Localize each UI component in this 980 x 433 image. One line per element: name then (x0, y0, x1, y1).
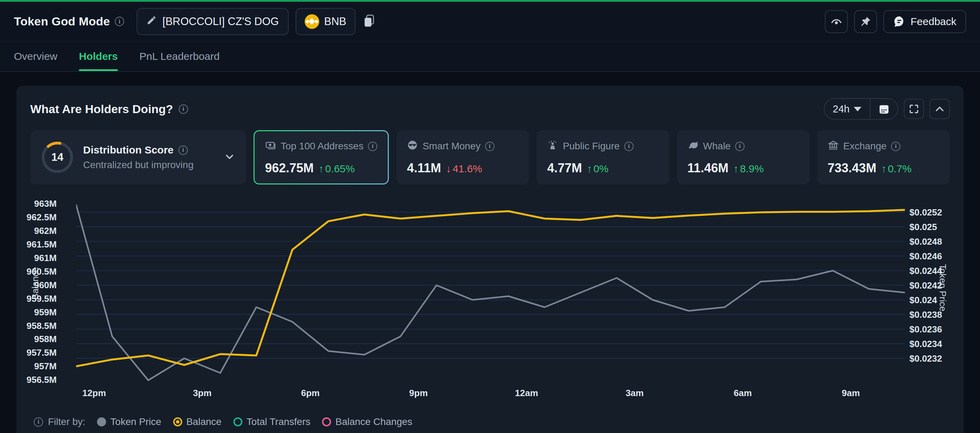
timeframe-group: 24h (824, 98, 898, 120)
right-axis-tick-label: $0.0248 (909, 236, 965, 247)
legend-item-balance[interactable]: Balance (173, 416, 221, 427)
trend-arrow-icon: ↑ (881, 163, 886, 175)
legend-label: Balance Changes (335, 416, 412, 427)
calendar-icon (878, 103, 890, 115)
podium-icon (547, 140, 558, 153)
info-icon[interactable]: i (735, 142, 745, 151)
series-line-token-price[interactable] (76, 205, 905, 380)
left-axis-tick-label: 957.5M (5, 347, 57, 358)
copy-address-icon[interactable] (363, 14, 375, 29)
trend-arrow-icon: ↓ (446, 163, 451, 175)
token-name: [BROCCOLI] CZ'S DOG (162, 15, 279, 28)
info-icon[interactable]: i (891, 142, 900, 151)
right-axis-tick-label: $0.024 (909, 295, 965, 305)
stat-value: 11.46M (687, 161, 729, 176)
token-price-swatch-icon (97, 417, 106, 427)
stat-title: Top 100 Addresses (281, 141, 363, 152)
info-icon[interactable]: i (624, 142, 634, 151)
tab-overview[interactable]: Overview (14, 42, 57, 71)
holders-activity-chart[interactable]: Balance Token Price 963M962.5M962M961.5M… (16, 187, 964, 403)
legend-label: Balance (186, 416, 221, 427)
chevron-down-icon[interactable] (224, 151, 235, 164)
info-icon[interactable]: i (179, 104, 188, 114)
balance-swatch-icon (173, 417, 182, 427)
banknote-icon (265, 140, 276, 153)
bank-icon (828, 140, 839, 153)
tab-pnl-leaderboard[interactable]: PnL Leaderboard (140, 42, 220, 71)
trend-arrow-icon: ↑ (733, 163, 739, 175)
info-icon[interactable]: i (115, 17, 124, 26)
right-axis-tick-label: $0.0242 (909, 280, 965, 291)
tab-holders[interactable]: Holders (79, 42, 118, 71)
score-description: Centralized but improving (83, 160, 215, 171)
left-axis-tick-label: 962.5M (5, 212, 57, 222)
stat-change: 0.7% (888, 163, 912, 175)
stat-card-public-figure[interactable]: Public Figure i 4.77M ↑0% (536, 130, 669, 184)
series-line-balance[interactable] (76, 210, 905, 366)
right-axis-tick-label: $0.025 (909, 222, 965, 232)
token-name-field[interactable]: [BROCCOLI] CZ'S DOG (137, 8, 289, 35)
stat-change: 41.6% (452, 163, 482, 175)
info-icon[interactable]: i (178, 145, 188, 155)
stat-change: 0.65% (325, 163, 355, 175)
x-axis-tick-label: 3am (626, 388, 644, 399)
x-axis-tick-label: 6pm (301, 388, 320, 399)
incognito-icon (407, 140, 418, 153)
right-axis-tick-label: $0.0246 (909, 251, 965, 261)
calendar-button[interactable] (870, 99, 897, 119)
stat-title: Whale (703, 141, 731, 152)
stat-title: Public Figure (563, 141, 619, 152)
right-axis-tick-label: $0.0252 (909, 207, 965, 217)
edit-pencil-icon (146, 15, 157, 28)
caret-down-icon (854, 107, 861, 111)
watch-icon (830, 16, 842, 27)
left-axis-tick-label: 958M (5, 334, 57, 344)
stat-value: 4.11M (407, 161, 441, 176)
left-axis-tick-label: 959M (5, 307, 57, 318)
x-axis-tick-label: 3pm (193, 388, 212, 399)
stat-value: 733.43M (828, 161, 877, 176)
trend-arrow-icon: ↑ (587, 163, 592, 175)
chevron-up-icon (934, 103, 945, 115)
feedback-label: Feedback (910, 16, 956, 27)
timeframe-dropdown[interactable]: 24h (824, 99, 870, 119)
right-axis-tick-label: $0.0238 (909, 310, 965, 320)
feedback-button[interactable]: Feedback (883, 10, 966, 33)
chain-name: BNB (324, 15, 346, 28)
stat-change: 8.9% (740, 163, 764, 175)
x-axis-tick-label: 9am (842, 388, 860, 399)
info-icon[interactable]: i (368, 142, 377, 151)
legend-item-total-transfers[interactable]: Total Transfers (233, 416, 310, 427)
panel-title: What Are Holders Doing? (30, 102, 173, 116)
left-axis-tick-label: 963M (5, 198, 57, 209)
pin-button[interactable] (854, 10, 877, 33)
stat-title: Exchange (843, 141, 887, 152)
legend-item-token-price[interactable]: Token Price (97, 416, 161, 427)
stat-card-whale[interactable]: Whale i 11.46M ↑8.9% (677, 130, 810, 184)
token-god-mode-page: Token God Mode i [BROCCOLI] CZ'S DOG BNB… (0, 0, 980, 433)
legend-label: Total Transfers (247, 416, 310, 427)
stat-value: 962.75M (265, 161, 314, 176)
x-axis-tick-label: 12am (515, 388, 538, 399)
chart-plot-area[interactable] (76, 201, 905, 384)
info-icon[interactable]: i (34, 417, 43, 427)
left-axis-tick-label: 962M (5, 225, 57, 236)
tab-bar: Overview Holders PnL Leaderboard (0, 42, 980, 72)
fullscreen-button[interactable] (904, 99, 924, 119)
left-axis-tick-label: 960.5M (5, 266, 57, 277)
stat-card-exchange[interactable]: Exchange i 733.43M ↑0.7% (817, 130, 950, 184)
legend-item-balance-changes[interactable]: Balance Changes (322, 416, 412, 427)
stat-card-top-100-addresses[interactable]: Top 100 Addresses i 962.75M ↑0.65% (253, 130, 389, 184)
watch-token-button[interactable] (825, 10, 848, 33)
left-axis-tick-label: 961.5M (5, 239, 57, 249)
trend-arrow-icon: ↑ (318, 163, 324, 175)
holders-activity-panel: What Are Holders Doing? i 24h (16, 86, 964, 433)
chain-badge[interactable]: BNB (296, 8, 355, 35)
collapse-button[interactable] (929, 99, 950, 119)
distribution-score-card[interactable]: 14 Distribution Score i Centralized but … (30, 130, 246, 184)
stat-card-smart-money[interactable]: Smart Money i 4.11M ↓41.6% (396, 130, 529, 184)
right-axis-tick-label: $0.0234 (909, 339, 965, 349)
timeframe-value: 24h (833, 103, 850, 115)
chat-bubble-icon (893, 15, 905, 28)
info-icon[interactable]: i (485, 142, 495, 151)
